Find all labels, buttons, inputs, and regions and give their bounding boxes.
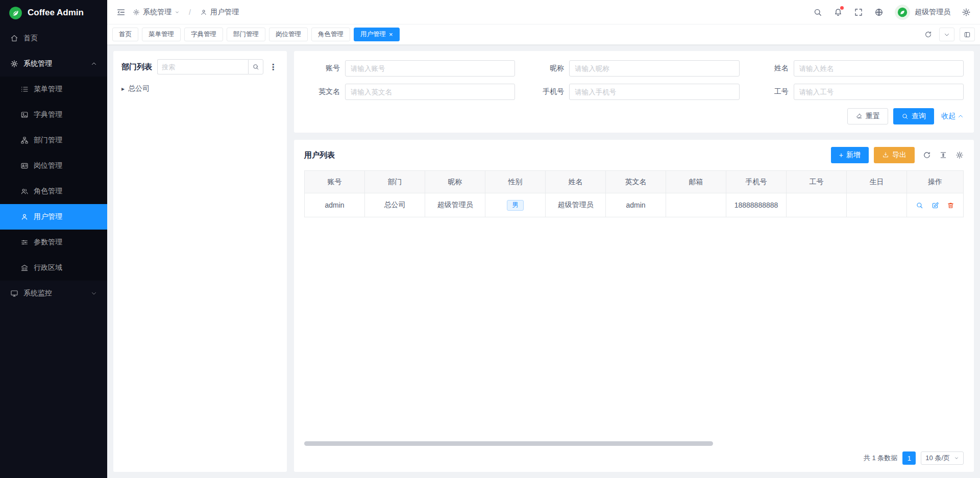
query-button-label: 查询 <box>912 112 926 121</box>
app-title: Coffee Admin <box>28 8 84 18</box>
department-search-button[interactable] <box>248 59 263 74</box>
tab-label: 角色管理 <box>318 30 344 39</box>
cell-actions <box>907 193 964 217</box>
department-more-button[interactable]: ⋮ <box>267 62 279 72</box>
work-id-input[interactable] <box>794 84 964 100</box>
user-list-card: 用户列表 + 新增 导出 <box>294 140 974 472</box>
department-tree: ▸ 总公司 <box>121 82 279 96</box>
tab-label: 部门管理 <box>233 30 259 39</box>
sidebar-item-user-management[interactable]: 用户管理 <box>0 204 107 230</box>
collapse-sidebar-button[interactable] <box>116 8 126 17</box>
breadcrumb-item-system[interactable]: 系统管理 <box>133 8 180 17</box>
sidebar-item-system-management[interactable]: 系统管理 <box>0 51 107 77</box>
horizontal-scrollbar <box>304 441 964 446</box>
table-row[interactable]: admin 总公司 超级管理员 男 超级管理员 admin 1888888888… <box>305 193 964 217</box>
tab-department-management[interactable]: 部门管理 <box>227 28 265 41</box>
monitor-icon <box>10 289 18 297</box>
sidebar-item-admin-region[interactable]: 行政区域 <box>0 255 107 281</box>
column-height-icon <box>939 151 947 159</box>
col-header-birthday: 生日 <box>847 171 907 193</box>
export-button[interactable]: 导出 <box>874 147 915 163</box>
department-panel-header: 部门列表 ⋮ <box>121 59 279 74</box>
name-input[interactable] <box>794 60 964 77</box>
content-fullscreen-button[interactable] <box>960 28 975 41</box>
refresh-table-button[interactable] <box>923 151 931 159</box>
trash-icon <box>947 202 954 209</box>
tree-caret-icon[interactable]: ▸ <box>121 85 125 92</box>
reset-button[interactable]: 重置 <box>847 108 888 124</box>
language-switch-button[interactable] <box>874 8 884 17</box>
english-name-input[interactable] <box>345 84 515 100</box>
breadcrumb-separator: / <box>189 8 191 16</box>
cell-english-name: admin <box>606 193 666 217</box>
tab-dictionary-management[interactable]: 字典管理 <box>184 28 223 41</box>
tab-home[interactable]: 首页 <box>112 28 138 41</box>
add-button-label: 新增 <box>846 150 861 160</box>
field-work-id: 工号 <box>753 84 964 100</box>
page-number-button[interactable]: 1 <box>902 451 916 465</box>
page-size-select[interactable]: 10 条/页 <box>921 451 964 465</box>
main-area: 系统管理 / 用户管理 <box>107 0 980 478</box>
list-icon <box>20 85 29 93</box>
horizontal-scrollbar-thumb[interactable] <box>304 441 713 446</box>
column-settings-button[interactable] <box>955 151 964 159</box>
col-header-gender: 性别 <box>485 171 546 193</box>
sidebar-item-label: 字典管理 <box>34 110 62 119</box>
tab-role-management[interactable]: 角色管理 <box>311 28 350 41</box>
sidebar-item-parameter-management[interactable]: 参数管理 <box>0 230 107 255</box>
breadcrumb-item-user-management[interactable]: 用户管理 <box>200 8 239 17</box>
sidebar-item-department-management[interactable]: 部门管理 <box>0 128 107 153</box>
collapse-form-link[interactable]: 收起 <box>941 112 964 121</box>
search-form: 账号 昵称 姓名 英文名 <box>304 60 964 100</box>
sidebar-item-system-monitor[interactable]: 系统监控 <box>0 281 107 306</box>
add-user-button[interactable]: + 新增 <box>831 147 869 163</box>
tree-node-head-office[interactable]: ▸ 总公司 <box>121 82 279 96</box>
search-icon <box>813 8 822 17</box>
account-input[interactable] <box>345 60 515 77</box>
view-row-button[interactable] <box>916 202 923 209</box>
row-density-button[interactable] <box>939 151 947 159</box>
query-button[interactable]: 查询 <box>893 108 934 124</box>
close-icon[interactable]: × <box>389 31 393 38</box>
app-root: Coffee Admin 首页 系统管理 菜单管理 字典管理 <box>0 0 980 478</box>
tabs-actions-dropdown[interactable] <box>939 28 954 41</box>
user-menu[interactable]: 超级管理员 <box>895 5 950 20</box>
id-badge-icon <box>20 162 29 170</box>
tab-user-management[interactable]: 用户管理 × <box>354 28 400 41</box>
topbar-right: 超级管理员 <box>813 5 971 20</box>
global-search-button[interactable] <box>813 8 822 17</box>
delete-row-button[interactable] <box>947 202 954 209</box>
dictionary-icon <box>20 111 29 119</box>
sidebar-item-dictionary-management[interactable]: 字典管理 <box>0 102 107 128</box>
right-column: 账号 昵称 姓名 英文名 <box>294 51 974 472</box>
sidebar-item-role-management[interactable]: 角色管理 <box>0 179 107 204</box>
export-button-label: 导出 <box>892 150 906 160</box>
phone-input[interactable] <box>569 84 739 100</box>
topbar: 系统管理 / 用户管理 <box>107 0 980 24</box>
cell-email <box>666 193 726 217</box>
nickname-input[interactable] <box>569 60 739 77</box>
gear-icon <box>962 8 971 17</box>
sidebar-item-menu-management[interactable]: 菜单管理 <box>0 77 107 102</box>
gear-icon <box>133 9 140 16</box>
edit-row-button[interactable] <box>932 202 939 209</box>
sidebar-item-post-management[interactable]: 岗位管理 <box>0 153 107 179</box>
col-header-email: 邮箱 <box>666 171 726 193</box>
table-header-row: 账号 部门 昵称 性别 姓名 英文名 邮箱 手机号 工号 生日 操作 <box>305 171 964 193</box>
app-logo[interactable]: Coffee Admin <box>0 0 107 26</box>
plus-icon: + <box>839 151 843 159</box>
notifications-button[interactable] <box>834 8 843 17</box>
tab-post-management[interactable]: 岗位管理 <box>269 28 308 41</box>
settings-button[interactable] <box>962 8 971 17</box>
tab-label: 首页 <box>119 30 132 39</box>
sidebar-item-label: 菜单管理 <box>34 85 62 94</box>
fullscreen-button[interactable] <box>854 8 863 17</box>
refresh-tabs-button[interactable] <box>922 28 934 41</box>
tab-menu-management[interactable]: 菜单管理 <box>142 28 181 41</box>
col-header-nickname: 昵称 <box>425 171 485 193</box>
department-search-input[interactable] <box>157 59 248 74</box>
search-icon <box>916 202 923 209</box>
field-label: 工号 <box>753 87 789 96</box>
sidebar-item-home[interactable]: 首页 <box>0 26 107 51</box>
col-header-english-name: 英文名 <box>606 171 666 193</box>
